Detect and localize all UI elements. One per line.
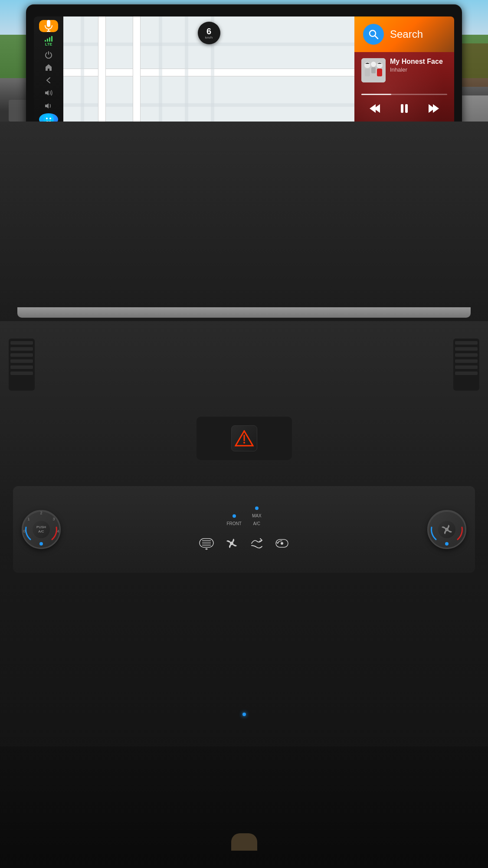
svg-point-6 bbox=[46, 118, 48, 119]
svg-marker-3 bbox=[45, 90, 49, 95]
svg-rect-34 bbox=[405, 104, 408, 113]
back-button[interactable] bbox=[39, 75, 58, 86]
front-label-group: FRONT bbox=[226, 514, 241, 527]
svg-point-7 bbox=[49, 118, 51, 119]
album-art-inner bbox=[361, 58, 386, 82]
svg-text:3: 3 bbox=[52, 517, 55, 521]
svg-line-23 bbox=[375, 36, 378, 39]
max-ac-indicator bbox=[255, 506, 259, 510]
bottom-dashboard bbox=[0, 746, 488, 868]
speed-unit: km/h bbox=[205, 36, 213, 39]
fan-high-button[interactable] bbox=[247, 534, 266, 553]
power-button[interactable] bbox=[39, 49, 58, 60]
lte-label: LTE bbox=[45, 42, 52, 46]
vent-slat bbox=[10, 347, 33, 351]
svg-marker-32 bbox=[370, 104, 376, 113]
vent-slat bbox=[455, 347, 478, 351]
svg-rect-33 bbox=[401, 104, 403, 113]
svg-text:4: 4 bbox=[57, 529, 59, 533]
signal-bar-1 bbox=[45, 40, 46, 42]
hazard-button[interactable] bbox=[231, 425, 257, 451]
recirculate-button[interactable] bbox=[272, 534, 291, 553]
vent-slat bbox=[455, 341, 478, 345]
rear-defrost-button[interactable] bbox=[197, 534, 216, 553]
vent-slat bbox=[10, 341, 33, 345]
dashboard: 0 1 2 3 4 PUSHA/C FRONT bbox=[0, 122, 488, 868]
track-title: My Honest Face bbox=[390, 57, 447, 66]
vent-slat bbox=[10, 353, 33, 357]
vent-slat bbox=[455, 365, 478, 369]
fan-low-button[interactable] bbox=[222, 534, 241, 553]
volume-up-button[interactable] bbox=[39, 88, 58, 99]
max-ac-label: MAX A/C bbox=[252, 513, 262, 526]
fan-knob-right[interactable] bbox=[427, 510, 466, 549]
svg-text:2: 2 bbox=[40, 511, 42, 515]
search-icon bbox=[363, 24, 384, 45]
ac-buttons-row bbox=[197, 534, 291, 553]
speed-value: 6 bbox=[206, 27, 211, 36]
temp-knob-left[interactable]: 0 1 2 3 4 PUSHA/C bbox=[22, 510, 61, 549]
max-ac-label-group: MAX A/C bbox=[252, 506, 262, 527]
silver-trim bbox=[17, 307, 471, 318]
svg-rect-0 bbox=[47, 20, 50, 27]
album-art bbox=[361, 58, 386, 82]
right-vent bbox=[453, 339, 479, 391]
svg-point-55 bbox=[445, 542, 449, 546]
next-button[interactable] bbox=[424, 99, 442, 118]
svg-text:0: 0 bbox=[23, 529, 25, 533]
mic-button[interactable] bbox=[39, 20, 58, 32]
left-vent bbox=[9, 339, 35, 391]
vent-slat bbox=[10, 372, 33, 375]
prev-button[interactable] bbox=[367, 99, 385, 118]
signal-bar-3 bbox=[49, 37, 50, 42]
signal-bar-2 bbox=[47, 39, 48, 42]
track-info: My Honest Face Inhaler bbox=[390, 57, 447, 73]
progress-fill bbox=[361, 94, 391, 95]
svg-text:1: 1 bbox=[27, 517, 29, 521]
knob-markers: 0 1 2 3 4 bbox=[22, 510, 61, 549]
vent-slat bbox=[10, 359, 33, 363]
ac-center-controls: FRONT MAX A/C bbox=[61, 506, 427, 553]
map-road-h3 bbox=[63, 103, 354, 107]
vent-slat bbox=[455, 359, 478, 363]
svg-marker-4 bbox=[45, 103, 49, 108]
svg-point-54 bbox=[281, 542, 283, 545]
signal-bars bbox=[45, 36, 52, 42]
svg-marker-36 bbox=[433, 104, 439, 113]
signal-indicator: LTE bbox=[45, 36, 52, 46]
signal-bar-4 bbox=[51, 36, 52, 42]
vent-slat bbox=[455, 372, 478, 375]
svg-point-39 bbox=[243, 442, 245, 444]
progress-bar bbox=[361, 94, 447, 95]
fan-knob-markers bbox=[427, 510, 466, 549]
search-label: Search bbox=[390, 28, 423, 40]
volume-down-button[interactable] bbox=[39, 100, 58, 112]
svg-rect-26 bbox=[365, 69, 370, 76]
speed-badge: 6 km/h bbox=[198, 22, 220, 44]
front-label: FRONT bbox=[226, 521, 241, 526]
hazard-area bbox=[197, 417, 292, 460]
track-artist: Inhaler bbox=[390, 66, 447, 73]
svg-rect-30 bbox=[371, 67, 376, 73]
blue-indicator-light bbox=[242, 713, 246, 716]
svg-point-45 bbox=[39, 542, 43, 546]
pause-button[interactable] bbox=[395, 99, 413, 118]
home-button[interactable] bbox=[39, 62, 58, 73]
svg-point-29 bbox=[371, 62, 376, 67]
ac-controls: 0 1 2 3 4 PUSHA/C FRONT bbox=[13, 486, 475, 573]
vent-slat bbox=[10, 365, 33, 369]
ac-top-labels: FRONT MAX A/C bbox=[226, 506, 261, 527]
hand-hint bbox=[231, 833, 257, 851]
player-controls bbox=[361, 99, 447, 118]
vent-slat bbox=[455, 353, 478, 357]
front-indicator bbox=[233, 514, 236, 518]
map-road-h1 bbox=[63, 69, 354, 76]
search-button[interactable]: Search bbox=[354, 16, 454, 52]
svg-rect-28 bbox=[377, 69, 382, 76]
